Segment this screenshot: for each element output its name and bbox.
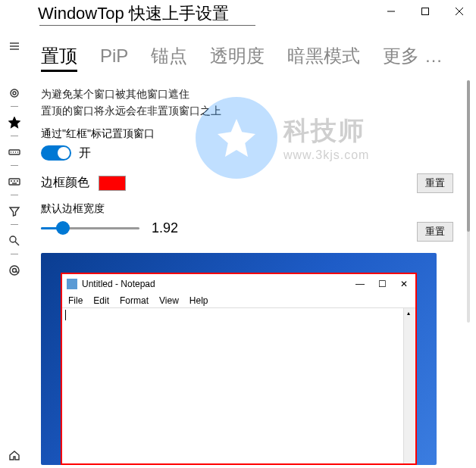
separator (11, 195, 18, 195)
svg-line-20 (15, 242, 19, 245)
search-tilt-icon[interactable] (6, 232, 23, 249)
np-maximize-button[interactable]: ☐ (378, 279, 387, 289)
tab-more[interactable]: 更多 … (383, 44, 443, 68)
tab-anchor[interactable]: 锚点 (151, 44, 187, 68)
np-menu-file[interactable]: File (68, 295, 83, 306)
np-close-button[interactable]: ✕ (400, 279, 408, 289)
close-button[interactable] (442, 0, 476, 23)
toggle-state-text: 开 (79, 145, 91, 161)
notepad-editor[interactable] (62, 308, 403, 463)
separator (11, 136, 18, 136)
separator (11, 224, 18, 225)
notepad-icon (67, 279, 77, 289)
main-scrollbar[interactable] (467, 80, 470, 323)
preview-panel: Untitled - Notepad — ☐ ✕ File Edit Forma… (41, 253, 437, 465)
tabs: 置顶 PiP 锚点 透明度 暗黑模式 更多 … (41, 44, 453, 72)
keyboard-icon[interactable] (6, 144, 23, 161)
tab-pin[interactable]: 置顶 (41, 44, 77, 72)
title-underline (39, 25, 255, 26)
window-title: WindowTop 快速上手设置 (38, 2, 229, 25)
np-menu-help[interactable]: Help (189, 295, 208, 306)
separator (11, 106, 18, 107)
svg-point-19 (10, 236, 16, 242)
at-icon[interactable] (6, 262, 23, 279)
tab-pip[interactable]: PiP (100, 45, 128, 67)
home-icon[interactable] (6, 447, 23, 463)
np-menu-format[interactable]: Format (120, 295, 149, 306)
star-icon[interactable] (6, 114, 23, 131)
svg-rect-14 (9, 179, 20, 185)
border-width-value: 1.92 (152, 220, 178, 236)
svg-rect-1 (421, 8, 428, 15)
border-width-slider[interactable] (41, 221, 139, 235)
notepad-menu: File Edit Format View Help (62, 294, 415, 308)
border-width-label: 默认边框宽度 (41, 202, 453, 216)
mark-toggle[interactable] (41, 145, 71, 161)
keyboard2-icon[interactable] (6, 173, 23, 190)
svg-point-21 (10, 266, 19, 275)
svg-point-7 (11, 89, 18, 97)
separator (11, 254, 18, 254)
border-color-label: 边框颜色 (41, 175, 89, 191)
np-menu-view[interactable]: View (159, 295, 179, 306)
separator (11, 165, 18, 166)
notepad-window: Untitled - Notepad — ☐ ✕ File Edit Forma… (61, 273, 417, 465)
border-color-swatch[interactable] (99, 176, 126, 191)
minimize-button[interactable] (374, 0, 408, 23)
reset-color-button[interactable]: 重置 (417, 173, 453, 193)
notepad-title: Untitled - Notepad (82, 279, 155, 289)
tab-opacity[interactable]: 透明度 (210, 44, 265, 68)
description: 为避免某个窗口被其他窗口遮住 置顶的窗口将永远会在非置顶窗口之上 (41, 86, 453, 120)
tab-darkmode[interactable]: 暗黑模式 (287, 44, 360, 68)
menu-icon[interactable] (6, 38, 23, 55)
maximize-button[interactable] (408, 0, 442, 23)
filter-icon[interactable] (6, 203, 23, 220)
notepad-scrollbar[interactable]: ▴ (403, 308, 415, 463)
reset-width-button[interactable]: 重置 (417, 222, 453, 242)
gear-icon[interactable] (6, 85, 23, 101)
svg-point-22 (13, 269, 17, 273)
np-minimize-button[interactable]: — (355, 279, 365, 289)
np-menu-edit[interactable]: Edit (93, 295, 109, 306)
svg-point-8 (13, 92, 16, 95)
mark-label: 通过"红框"标记置顶窗口 (41, 127, 453, 141)
